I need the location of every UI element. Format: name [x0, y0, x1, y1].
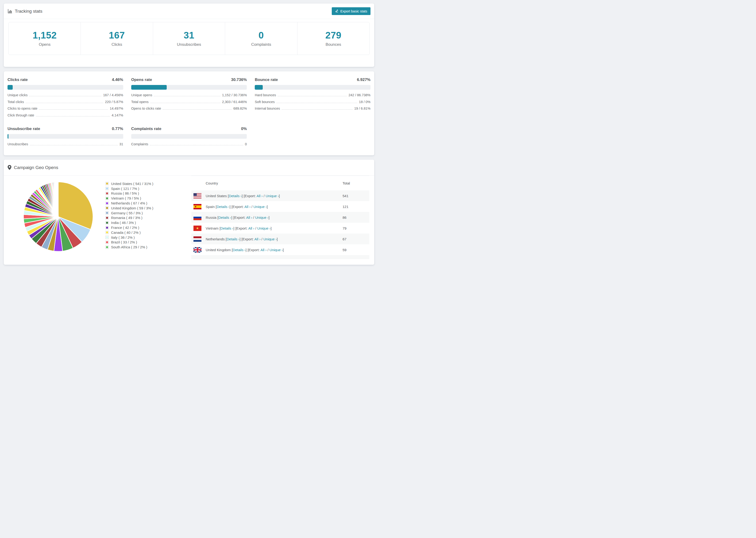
legend-swatch	[106, 211, 108, 214]
rate-rows: Complaints 0	[131, 142, 247, 149]
total-cell: 79	[343, 226, 369, 230]
country-cell: Russia [Details ›] [Export: All › / Uniq…	[206, 215, 270, 219]
summary-stat: 0 Complaints	[225, 22, 297, 55]
geo-table: Country Total United States [Details ›] …	[191, 176, 369, 259]
country-cell: Netherlands [Details ›] [Export: All › /…	[206, 237, 278, 241]
country-flag	[193, 247, 201, 252]
legend-swatch	[106, 226, 108, 229]
dotted-leader	[163, 109, 232, 110]
legend-item[interactable]: Spain ( 121 / 7% )	[106, 186, 153, 191]
export-all-link[interactable]: All ›	[244, 205, 250, 209]
legend-item[interactable]: South Africa ( 29 / 2% )	[106, 244, 153, 249]
legend-label: Romania ( 49 / 3% )	[111, 216, 142, 220]
export-unique-link[interactable]: Unique ›	[253, 205, 267, 209]
export-unique-link[interactable]: Unique ›	[257, 226, 271, 230]
rate-row-value: 2,303 / 61.446%	[222, 100, 247, 104]
rate-row-label: Total clicks	[8, 100, 24, 104]
summary-stat: 167 Clicks	[81, 22, 153, 55]
rate-row: Internal bounces 19 / 6.81%	[255, 107, 370, 113]
total-cell: 86	[343, 215, 369, 219]
rate-row-value: 220 / 5.87%	[105, 100, 123, 104]
legend-item[interactable]: Romania ( 49 / 3% )	[106, 215, 153, 220]
rate-progress-bar	[131, 134, 247, 139]
dotted-leader	[26, 103, 103, 103]
rate-row: Total opens 2,303 / 61.446%	[131, 100, 247, 107]
total-column-header: Total	[343, 181, 369, 185]
rate-row-label: Total opens	[131, 100, 149, 104]
legend-item[interactable]: France ( 42 / 2% )	[106, 225, 153, 230]
export-all-link[interactable]: All ›	[254, 237, 261, 241]
rate-row-label: Hard bounces	[255, 93, 276, 97]
rate-row-value: 0	[245, 142, 247, 146]
rate-row-label: Complaints	[131, 142, 148, 146]
rate-progress-bar	[8, 134, 123, 139]
country-flag	[193, 237, 201, 242]
rate-row: Soft bounces 18 / 0%	[255, 100, 370, 107]
rate-row: Unsubscribes 31	[8, 142, 123, 149]
export-all-link[interactable]: All ›	[260, 248, 266, 252]
legend-label: Netherlands ( 67 / 4% )	[111, 201, 147, 205]
rate-row-label: Internal bounces	[255, 107, 280, 110]
legend-swatch	[106, 221, 108, 224]
rate-row: Clicks to opens rate 14.497%	[8, 107, 123, 113]
legend-item[interactable]: Germany ( 55 / 3% )	[106, 211, 153, 215]
summary-stat: 31 Unsubscribes	[153, 22, 225, 55]
export-all-link[interactable]: All ›	[257, 194, 263, 198]
legend-label: United States ( 541 / 31% )	[111, 182, 153, 186]
geo-pie-chart[interactable]	[23, 181, 94, 252]
export-unique-link[interactable]: Unique ›	[270, 248, 283, 252]
summary-stat-label: Bounces	[326, 42, 341, 47]
legend-item[interactable]: Italy ( 36 / 2% )	[106, 235, 153, 240]
geo-title-label: Campaign Geo Opens	[14, 165, 58, 170]
geo-table-header: Country Total	[191, 176, 369, 190]
rate-progress-fill	[131, 85, 167, 90]
legend-label: Italy ( 36 / 2% )	[111, 236, 135, 240]
export-basic-stats-button[interactable]: Export basic stats	[332, 7, 370, 15]
export-unique-link[interactable]: Unique ›	[266, 194, 279, 198]
table-row: Russia [Details ›] [Export: All › / Uniq…	[191, 212, 369, 223]
rate-row-value: 4.147%	[112, 113, 123, 117]
legend-item[interactable]: Russia ( 86 / 5% )	[106, 191, 153, 196]
rate-row: Opens to clicks rate 689.82%	[131, 107, 247, 113]
details-link[interactable]: Details ›	[227, 237, 240, 241]
legend-item[interactable]: United Kingdom ( 59 / 3% )	[106, 206, 153, 211]
dotted-leader	[282, 109, 352, 110]
legend-label: Canada ( 40 / 2% )	[111, 231, 141, 235]
export-unique-link[interactable]: Unique ›	[255, 215, 269, 219]
rate-row: Unique opens 1,152 / 30.736%	[131, 93, 247, 100]
legend-item[interactable]: Vietnam ( 79 / 5% )	[106, 196, 153, 201]
rate-rows: Unique clicks 167 / 4.456% Total clicks …	[8, 93, 123, 120]
rate-row-label: Unsubscribes	[8, 142, 28, 146]
export-all-link[interactable]: All ›	[248, 226, 254, 230]
bar-chart-icon	[8, 9, 13, 14]
export-unique-link[interactable]: Unique ›	[263, 237, 277, 241]
legend-item[interactable]: Brazil ( 33 / 2% )	[106, 240, 153, 245]
legend-swatch	[106, 241, 108, 243]
dotted-leader	[150, 145, 243, 145]
geo-opens-card: Campaign Geo Opens United States ( 541 /…	[4, 160, 374, 265]
rate-row: Hard bounces 242 / 86.738%	[255, 93, 370, 100]
country-flag	[193, 204, 201, 209]
tracking-stats-card: Tracking stats Export basic stats 1,152 …	[4, 4, 374, 67]
total-cell: 541	[343, 194, 369, 198]
summary-stat-value: 167	[109, 30, 125, 41]
rate-row-label: Unique opens	[131, 93, 152, 97]
details-link[interactable]: Details ›	[218, 215, 231, 219]
export-all-link[interactable]: All ›	[246, 215, 252, 219]
details-link[interactable]: Details ›	[217, 205, 230, 209]
legend-item[interactable]: Canada ( 40 / 2% )	[106, 230, 153, 235]
details-link[interactable]: Details ›	[233, 248, 245, 252]
rate-row-value: 31	[120, 142, 123, 146]
complaints-rate-section: Complaints rate 0% Complaints 0	[131, 125, 247, 149]
rate-row-label: Soft bounces	[255, 100, 275, 104]
total-cell: 67	[343, 237, 369, 241]
details-link[interactable]: Details ›	[229, 194, 242, 198]
legend-label: South Africa ( 29 / 2% )	[111, 245, 147, 249]
details-link[interactable]: Details ›	[220, 226, 233, 230]
legend-item[interactable]: India ( 46 / 3% )	[106, 220, 153, 225]
legend-item[interactable]: Netherlands ( 67 / 4% )	[106, 201, 153, 206]
rate-row-value: 18 / 0%	[359, 100, 370, 104]
legend-item[interactable]: United States ( 541 / 31% )	[106, 181, 153, 186]
legend-swatch	[106, 207, 108, 209]
rate-row: Unique clicks 167 / 4.456%	[8, 93, 123, 100]
